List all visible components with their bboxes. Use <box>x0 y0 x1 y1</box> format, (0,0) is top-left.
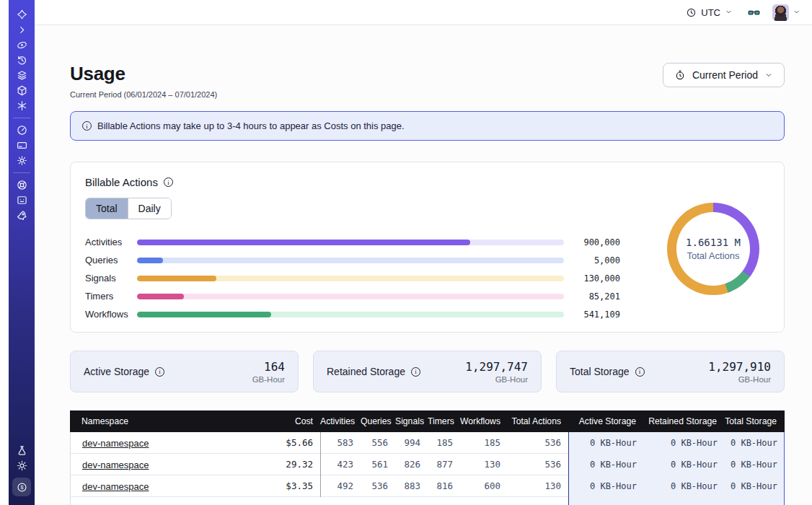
col-workflows: Workflows <box>460 416 508 426</box>
bar-row-queries: Queries5,000 <box>85 251 620 269</box>
tab-total[interactable]: Total <box>86 198 128 219</box>
bar-row-activities: Activities900,000 <box>85 233 620 251</box>
namespace-link[interactable]: dev-namespace <box>82 460 149 470</box>
col-signals: Signals <box>395 416 428 426</box>
bar-value: 130,000 <box>573 273 620 284</box>
total-storage-cell: 0 KB-Hour <box>725 460 785 470</box>
col-active-storage: Active Storage <box>568 416 643 426</box>
total-storage-unit: GB-Hour <box>708 375 771 384</box>
donut-total-value: 1.66131 M <box>686 237 741 248</box>
tab-daily[interactable]: Daily <box>128 198 171 219</box>
active-storage-card: Active Storage i 164 GB-Hour <box>70 351 299 392</box>
info-icon[interactable]: i <box>164 177 173 187</box>
namespace-link[interactable]: dev-namespace <box>82 481 149 492</box>
total-actions-cell: 130 <box>508 480 568 491</box>
chevron-down-icon <box>725 7 733 18</box>
table-header: Namespace Cost Activities Queries Signal… <box>70 410 785 432</box>
workflows-cell: 600 <box>460 480 508 491</box>
bar-track <box>137 240 564 245</box>
active-storage-cell: 0 KB-Hour <box>569 460 644 470</box>
svg-text:$: $ <box>20 484 23 491</box>
namespace-link[interactable]: dev-namespace <box>82 438 149 449</box>
labs-flask-icon[interactable] <box>12 443 32 458</box>
col-total-actions: Total Actions <box>508 416 568 426</box>
bar-track <box>137 294 564 299</box>
queries-cell: 561 <box>361 459 395 470</box>
bar-fill <box>137 312 271 317</box>
col-queries: Queries <box>361 416 395 426</box>
col-retained-storage: Retained Storage <box>643 416 724 426</box>
sidebar-divider <box>13 118 30 118</box>
info-banner: i Billable Actions may take up to 3-4 ho… <box>70 111 785 141</box>
total-storage-cell: 0 KB-Hour <box>725 481 785 491</box>
active-storage-cell: 0 KB-Hour <box>569 481 644 491</box>
retained-storage-cell: 0 KB-Hour <box>644 481 725 491</box>
deployments-icon[interactable] <box>12 68 32 83</box>
sidebar-divider <box>13 172 30 173</box>
info-icon: i <box>82 121 92 131</box>
storage-cells: 0 KB-Hour0 KB-Hour0 KB-Hour <box>568 432 785 454</box>
active-storage-cell: 0 KB-Hour <box>569 438 644 448</box>
bar-label: Activities <box>85 237 137 247</box>
clock-icon <box>686 7 697 18</box>
cost-cell: 29.32 <box>255 459 320 470</box>
release-notes-icon[interactable] <box>12 193 32 208</box>
page-header: Usage Current Period (06/01/2024 – 07/01… <box>70 63 785 99</box>
schedules-icon[interactable] <box>12 53 32 68</box>
sidebar-expand-icon[interactable] <box>12 22 32 38</box>
active-storage-unit: GB-Hour <box>252 375 285 384</box>
bar-track <box>137 276 564 281</box>
active-storage-value: 164 <box>252 360 285 374</box>
total-storage-card: Total Storage i 1,297,910 GB-Hour <box>556 351 785 392</box>
app-sidebar: $ <box>9 0 35 505</box>
user-avatar <box>772 4 789 21</box>
theme-sun-icon[interactable] <box>12 458 32 473</box>
info-icon[interactable]: i <box>411 367 420 377</box>
retained-storage-cell: 0 KB-Hour <box>644 438 725 448</box>
col-total-storage: Total Storage <box>724 416 784 426</box>
storage-cells: 0 KB-Hour0 KB-Hour0 KB-Hour <box>568 454 785 475</box>
bar-fill <box>137 294 184 299</box>
nexus-icon[interactable] <box>12 98 32 113</box>
namespace-usage-table: Namespace Cost Activities Queries Signal… <box>70 410 785 505</box>
namespaces-icon[interactable] <box>12 38 32 53</box>
temporal-logo-icon[interactable] <box>12 7 32 22</box>
user-menu[interactable] <box>772 4 800 21</box>
usage-icon[interactable] <box>12 123 32 138</box>
workflows-cube-icon[interactable] <box>12 83 32 98</box>
period-selector-button[interactable]: Current Period <box>663 63 785 87</box>
activities-cell: 423 <box>320 454 361 475</box>
settings-gear-icon[interactable] <box>12 153 32 168</box>
col-timers: Timers <box>428 416 460 426</box>
support-lifebuoy-icon[interactable] <box>12 177 32 193</box>
retained-storage-card: Retained Storage i 1,297,747 GB-Hour <box>313 351 542 392</box>
period-selector-label: Current Period <box>692 69 758 81</box>
bar-label: Queries <box>85 255 137 265</box>
table-body: dev-namespace$5.665835569941851855360 KB… <box>70 432 785 497</box>
bar-fill <box>137 258 163 263</box>
retained-storage-unit: GB-Hour <box>465 375 528 384</box>
glasses-icon[interactable] <box>747 6 761 19</box>
billable-actions-title: Billable Actions i <box>85 176 769 188</box>
timezone-selector[interactable]: UTC <box>686 7 733 18</box>
signals-cell: 883 <box>395 480 428 491</box>
cost-cell: $3.35 <box>255 480 320 491</box>
col-cost: Cost <box>255 416 320 426</box>
getting-started-rocket-icon[interactable] <box>12 208 32 223</box>
total-storage-label: Total Storage i <box>570 366 645 377</box>
col-namespace: Namespace <box>70 416 255 426</box>
workflows-cell: 185 <box>460 437 508 448</box>
info-icon[interactable]: i <box>635 367 645 377</box>
info-icon[interactable]: i <box>155 367 164 377</box>
timers-cell: 185 <box>428 437 460 448</box>
bar-value: 5,000 <box>573 255 620 265</box>
signals-cell: 826 <box>395 459 428 470</box>
pricing-coin-icon[interactable]: $ <box>12 478 31 496</box>
bar-row-timers: Timers85,201 <box>85 287 620 305</box>
main-content: Usage Current Period (06/01/2024 – 07/01… <box>35 25 812 505</box>
billable-bar-chart: Activities900,000Queries5,000Signals130,… <box>85 233 620 323</box>
bar-value: 541,109 <box>573 309 620 320</box>
billable-actions-title-text: Billable Actions <box>85 176 158 188</box>
bar-track <box>137 312 564 317</box>
billing-icon[interactable] <box>12 138 32 153</box>
